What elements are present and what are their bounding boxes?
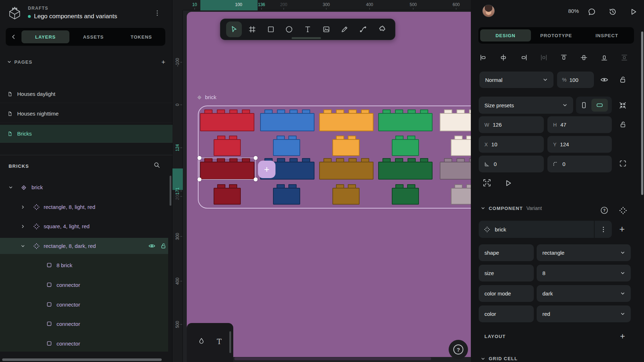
history-icon[interactable] bbox=[608, 8, 617, 16]
brick-rectangle-light-orange[interactable] bbox=[319, 109, 374, 131]
brick-rectangle-dark-green[interactable] bbox=[378, 158, 433, 180]
property-value-size[interactable]: 8 bbox=[537, 265, 631, 282]
page-item-bricks[interactable]: Bricks bbox=[0, 125, 172, 143]
add-page-button[interactable]: + bbox=[161, 59, 165, 65]
chevron-down-icon[interactable] bbox=[481, 206, 485, 210]
height-input[interactable]: H47 bbox=[547, 116, 612, 133]
opacity-input[interactable]: % 100 bbox=[557, 72, 594, 88]
unlock-icon[interactable] bbox=[619, 75, 627, 84]
panel-scrollbar[interactable] bbox=[641, 31, 643, 195]
tab-inspect[interactable]: INSPECT bbox=[581, 29, 632, 41]
tab-prototype[interactable]: PROTOTYPE bbox=[531, 29, 582, 41]
align-left-icon[interactable] bbox=[479, 53, 488, 62]
help-circle-icon[interactable]: ? bbox=[600, 206, 609, 215]
layer-row-rectangle-8-light-red[interactable]: rectangle, 8, light, red bbox=[0, 199, 168, 215]
chevron-down-icon[interactable] bbox=[7, 60, 11, 64]
visibility-eye-icon[interactable] bbox=[600, 75, 609, 84]
property-name-color-mode[interactable]: color mode bbox=[479, 285, 534, 302]
brick-square-dark-white[interactable] bbox=[451, 184, 471, 205]
brick-rectangle-light-green[interactable] bbox=[378, 109, 433, 131]
layer-row-connector[interactable]: connector bbox=[0, 277, 168, 293]
palette-scrollbar[interactable] bbox=[229, 331, 231, 353]
board-name-label[interactable]: brick bbox=[196, 94, 216, 100]
canvas-viewport[interactable]: brick + 10100136200300400500600 -1000124… bbox=[172, 0, 471, 362]
tool-path[interactable] bbox=[355, 21, 371, 37]
brick-square-dark-green[interactable] bbox=[392, 184, 419, 205]
property-value-color[interactable]: red bbox=[537, 305, 631, 322]
chevron-down-icon[interactable] bbox=[21, 244, 25, 248]
tab-assets[interactable]: ASSETS bbox=[69, 30, 117, 43]
tab-tokens[interactable]: TOKENS bbox=[117, 30, 165, 43]
property-name-shape[interactable]: shape bbox=[479, 244, 534, 261]
component-menu-button[interactable] bbox=[595, 221, 612, 238]
layer-row-8-brick[interactable]: 8 brick bbox=[0, 257, 168, 273]
property-name-color[interactable]: color bbox=[479, 305, 534, 322]
horizontal-scrollbar[interactable] bbox=[2, 358, 162, 361]
tab-layers[interactable]: LAYERS bbox=[21, 30, 69, 43]
tool-board[interactable] bbox=[244, 21, 260, 37]
play-flow-icon[interactable] bbox=[504, 179, 512, 187]
resize-board-to-fit-icon[interactable] bbox=[482, 178, 492, 187]
vertical-scrollbar[interactable] bbox=[170, 176, 171, 206]
avatar[interactable] bbox=[482, 5, 495, 17]
align-right-icon[interactable] bbox=[519, 53, 528, 62]
tool-image[interactable] bbox=[318, 21, 334, 37]
selection-handle-nw[interactable] bbox=[197, 156, 201, 160]
property-value-color-mode[interactable]: dark bbox=[537, 285, 631, 302]
brick-square-light-white[interactable] bbox=[451, 136, 471, 156]
selection-box[interactable] bbox=[199, 158, 256, 180]
chevron-right-icon[interactable] bbox=[21, 205, 25, 209]
brick-square-dark-red[interactable] bbox=[214, 184, 241, 205]
y-position-input[interactable]: Y124 bbox=[547, 136, 612, 153]
width-input[interactable]: W126 bbox=[479, 116, 544, 133]
border-radius-input[interactable]: 0 bbox=[547, 156, 612, 172]
brick-square-light-orange[interactable] bbox=[332, 136, 360, 156]
component-name-field[interactable]: brick bbox=[479, 221, 594, 238]
breadcrumb[interactable]: DRAFTS bbox=[28, 6, 48, 11]
tool-pen[interactable] bbox=[337, 21, 352, 37]
help-button[interactable]: ? bbox=[449, 340, 468, 359]
toolbar-drag-handle[interactable] bbox=[292, 37, 321, 39]
layer-row-rectangle-8-dark-red[interactable]: rectangle, 8, dark, red bbox=[0, 238, 168, 254]
variant-icon[interactable] bbox=[619, 206, 628, 215]
layer-row-brick-component[interactable]: brick bbox=[0, 179, 168, 195]
play-presentation-icon[interactable] bbox=[629, 8, 638, 16]
brick-rectangle-light-red[interactable] bbox=[200, 109, 254, 131]
distribute-vertical-icon[interactable] bbox=[620, 53, 629, 62]
distribute-horizontal-icon[interactable] bbox=[539, 53, 548, 62]
page-item-houses-nighttime[interactable]: Houses nighttime bbox=[0, 105, 172, 123]
align-top-icon[interactable] bbox=[559, 53, 569, 62]
file-title[interactable]: Lego components and variants bbox=[34, 13, 117, 20]
blend-mode-select[interactable]: Normal bbox=[479, 72, 553, 88]
layer-row-square-4-light-red[interactable]: square, 4, light, red bbox=[0, 218, 168, 234]
chevron-down-icon[interactable] bbox=[481, 357, 485, 361]
file-menu-button[interactable] bbox=[154, 8, 160, 18]
tab-design[interactable]: DESIGN bbox=[480, 29, 531, 41]
visibility-eye-icon[interactable] bbox=[148, 242, 156, 250]
selection-handle-sw[interactable] bbox=[197, 177, 201, 181]
add-layout-button[interactable]: + bbox=[620, 332, 625, 341]
size-presets-select[interactable]: Size presets bbox=[479, 97, 573, 114]
unlock-icon[interactable] bbox=[160, 242, 167, 250]
penpot-logo-icon[interactable] bbox=[6, 4, 23, 21]
layer-row-connector[interactable]: connector bbox=[0, 316, 168, 332]
zoom-level[interactable]: 80% bbox=[554, 8, 579, 14]
brick-square-light-green[interactable] bbox=[392, 136, 419, 156]
tool-rectangle[interactable] bbox=[263, 21, 279, 37]
layer-row-connector[interactable]: connector bbox=[0, 297, 168, 313]
x-position-input[interactable]: X10 bbox=[479, 136, 544, 153]
add-variant-button[interactable]: + bbox=[258, 161, 275, 178]
brick-square-light-blue[interactable] bbox=[273, 136, 300, 156]
selection-handle-ne[interactable] bbox=[254, 156, 258, 160]
page-item-houses-daylight[interactable]: Houses daylight bbox=[0, 85, 172, 103]
collapse-sidebar-button[interactable] bbox=[6, 28, 21, 46]
brick-square-light-red[interactable] bbox=[214, 136, 241, 156]
typography-palette-icon[interactable]: T bbox=[217, 337, 221, 346]
rotation-input[interactable]: 0 bbox=[479, 156, 544, 172]
brick-rectangle-dark-orange[interactable] bbox=[319, 158, 374, 180]
tool-ellipse[interactable] bbox=[281, 21, 297, 37]
property-name-size[interactable]: size bbox=[479, 265, 534, 282]
landscape-orientation-button[interactable] bbox=[591, 99, 608, 112]
brick-rectangle-light-white[interactable] bbox=[440, 109, 471, 131]
align-bottom-icon[interactable] bbox=[600, 53, 609, 62]
